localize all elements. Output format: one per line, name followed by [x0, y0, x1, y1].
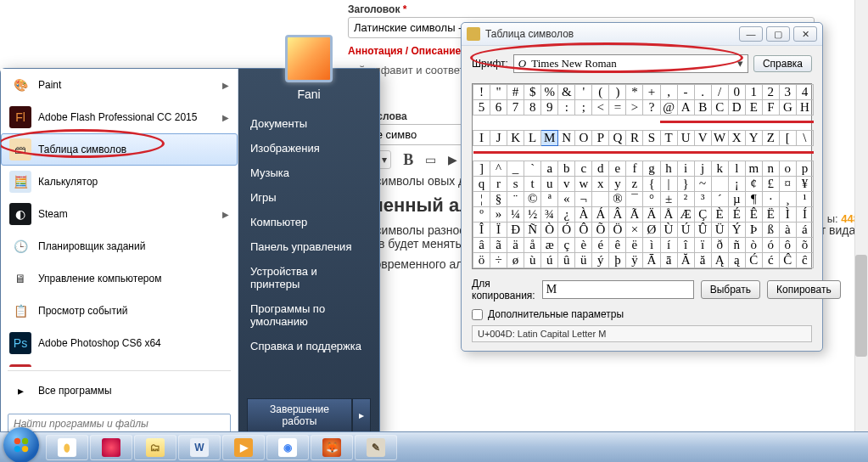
char-cell[interactable]: Ò: [541, 223, 558, 238]
char-cell[interactable]: F: [762, 100, 779, 116]
char-cell[interactable]: Ë: [762, 207, 779, 223]
char-cell[interactable]: &: [558, 85, 575, 100]
start-right-компьютер[interactable]: Компьютер: [238, 210, 379, 234]
char-cell[interactable]: -: [677, 85, 694, 100]
char-cell[interactable]: ì: [643, 238, 660, 253]
char-cell[interactable]: Æ: [677, 207, 694, 223]
user-avatar[interactable]: [285, 35, 333, 82]
char-cell[interactable]: ·: [762, 192, 779, 207]
start-item-steam[interactable]: ◐Steam▶: [1, 198, 238, 230]
char-cell[interactable]: B: [694, 100, 711, 116]
maximize-button[interactable]: ▢: [766, 26, 790, 42]
char-cell[interactable]: a: [541, 161, 558, 177]
start-right-справка-и-поддержка[interactable]: Справка и поддержка: [238, 334, 379, 358]
char-cell[interactable]: Ì: [779, 207, 796, 223]
char-cell[interactable]: X: [728, 131, 745, 146]
start-button[interactable]: [3, 427, 39, 463]
char-cell[interactable]: ¢: [745, 177, 762, 192]
char-cell[interactable]: ă: [694, 253, 711, 268]
char-cell[interactable]: =: [609, 100, 626, 116]
start-right-панель-управления[interactable]: Панель управления: [238, 234, 379, 259]
start-right-документы[interactable]: Документы: [238, 111, 379, 136]
char-cell[interactable]: H: [796, 100, 813, 116]
char-cell[interactable]: ¦: [473, 192, 490, 207]
char-cell[interactable]: ï: [694, 238, 711, 253]
taskbar-media[interactable]: ▶: [222, 435, 265, 460]
char-cell[interactable]: Ý: [728, 223, 745, 238]
font-select[interactable]: O Times New Roman ▾: [513, 54, 748, 73]
char-cell[interactable]: ç: [558, 238, 575, 253]
char-cell[interactable]: Ā: [643, 253, 660, 268]
char-cell[interactable]: %: [541, 85, 558, 100]
char-cell[interactable]: ö: [473, 253, 490, 268]
char-cell[interactable]: k: [711, 161, 728, 177]
char-cell[interactable]: $: [524, 85, 541, 100]
taskbar-word[interactable]: W: [178, 435, 221, 460]
char-cell[interactable]: ¥: [796, 177, 813, 192]
char-cell[interactable]: »: [490, 207, 507, 223]
char-cell[interactable]: ß: [762, 223, 779, 238]
char-cell[interactable]: ´: [711, 192, 728, 207]
char-cell[interactable]: µ: [728, 192, 745, 207]
char-cell[interactable]: M: [541, 131, 558, 146]
char-cell[interactable]: 5: [473, 100, 490, 116]
char-cell[interactable]: |: [660, 177, 677, 192]
char-cell[interactable]: f: [626, 161, 643, 177]
char-cell[interactable]: w: [575, 177, 592, 192]
advanced-checkbox[interactable]: [472, 309, 483, 320]
char-cell[interactable]: ë: [626, 238, 643, 253]
char-cell[interactable]: ?: [643, 100, 660, 116]
char-cell[interactable]: ê: [609, 238, 626, 253]
char-cell[interactable]: #: [507, 85, 524, 100]
char-cell[interactable]: \: [796, 131, 813, 146]
char-cell[interactable]: Õ: [592, 223, 609, 238]
charmap-titlebar[interactable]: Таблица символов — ▢ ✕: [462, 23, 822, 46]
char-cell[interactable]: n: [762, 161, 779, 177]
char-cell[interactable]: :: [558, 100, 575, 116]
char-cell[interactable]: þ: [609, 253, 626, 268]
shutdown-options[interactable]: ▸: [352, 398, 371, 432]
start-item-paint[interactable]: 🎨Paint▶: [1, 69, 238, 101]
start-right-программы-по-умолчанию[interactable]: Программы по умолчанию: [238, 296, 379, 334]
all-programs[interactable]: ▸ Все программы: [1, 375, 238, 407]
char-cell[interactable]: +: [643, 85, 660, 100]
char-cell[interactable]: A: [677, 100, 694, 116]
char-cell[interactable]: .: [694, 85, 711, 100]
char-cell[interactable]: «: [558, 192, 575, 207]
char-cell[interactable]: W: [711, 131, 728, 146]
char-cell[interactable]: Ĉ: [779, 253, 796, 268]
char-cell[interactable]: £: [762, 177, 779, 192]
char-cell[interactable]: ð: [711, 238, 728, 253]
char-cell[interactable]: ¡: [728, 177, 745, 192]
char-cell[interactable]: Î: [473, 223, 490, 238]
char-cell[interactable]: ã: [490, 238, 507, 253]
taskbar-yandex[interactable]: ⬮: [46, 435, 88, 460]
char-cell[interactable]: °: [643, 192, 660, 207]
copy-input[interactable]: [542, 280, 694, 299]
char-cell[interactable]: Q: [609, 131, 626, 146]
char-cell[interactable]: ^: [490, 161, 507, 177]
char-cell[interactable]: S: [643, 131, 660, 146]
char-cell[interactable]: §: [490, 192, 507, 207]
char-cell[interactable]: (: [592, 85, 609, 100]
char-cell[interactable]: Ú: [677, 223, 694, 238]
char-cell[interactable]: 6: [490, 100, 507, 116]
char-cell[interactable]: g: [643, 161, 660, 177]
char-cell[interactable]: }: [677, 177, 694, 192]
char-cell[interactable]: 2: [762, 85, 779, 100]
char-cell[interactable]: á: [796, 223, 813, 238]
char-cell[interactable]: ¼: [507, 207, 524, 223]
char-cell[interactable]: ±: [660, 192, 677, 207]
char-cell[interactable]: P: [592, 131, 609, 146]
char-cell[interactable]: Þ: [745, 223, 762, 238]
char-cell[interactable]: Ü: [711, 223, 728, 238]
char-cell[interactable]: ÷: [490, 253, 507, 268]
char-cell[interactable]: Ô: [575, 223, 592, 238]
char-cell[interactable]: ô: [779, 238, 796, 253]
video-icon[interactable]: ▭: [425, 153, 436, 166]
start-item-управление-компьютером[interactable]: 🖥Управление компьютером: [1, 262, 238, 295]
char-cell[interactable]: ą: [728, 253, 745, 268]
char-cell[interactable]: N: [558, 131, 575, 146]
char-cell[interactable]: h: [660, 161, 677, 177]
char-cell[interactable]: q: [473, 177, 490, 192]
